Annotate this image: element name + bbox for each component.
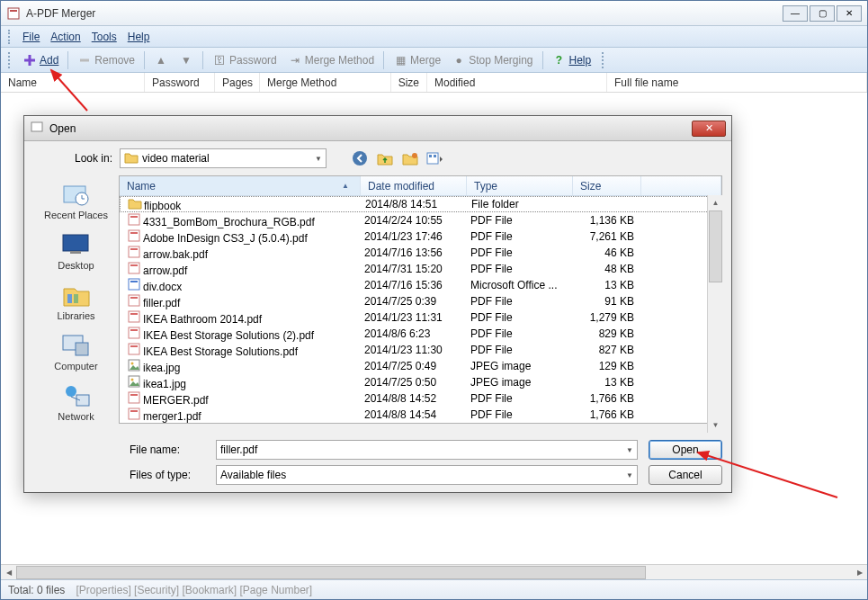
svg-rect-27 (130, 281, 138, 282)
file-row[interactable]: MERGER.pdf2014/8/8 14:52PDF File1,766 KB (120, 390, 721, 407)
svg-rect-21 (130, 232, 138, 234)
scroll-down-icon[interactable]: ▼ (708, 417, 723, 433)
doc-icon (127, 278, 141, 291)
scroll-thumb[interactable] (709, 210, 722, 282)
file-list[interactable]: flipbook2014/8/8 14:51File folder4331_Bo… (120, 196, 721, 423)
folder-icon (124, 151, 139, 166)
svg-rect-5 (427, 153, 438, 164)
triangle-down-icon: ▼ (179, 53, 193, 67)
col-modified[interactable]: Modified (427, 73, 607, 92)
cancel-button[interactable]: Cancel (649, 465, 722, 485)
pdf-icon (127, 294, 141, 307)
svg-rect-22 (129, 246, 139, 257)
file-name-row: File name: filler.pdf ▼ (130, 440, 638, 460)
browser: Recent Places Desktop Libraries Computer… (33, 175, 722, 433)
separator (383, 51, 384, 69)
grip-icon (602, 52, 605, 68)
svg-rect-41 (130, 394, 138, 396)
svg-rect-23 (130, 248, 138, 250)
place-recent[interactable]: Recent Places (42, 179, 110, 222)
question-icon: ? (552, 53, 567, 67)
header-size[interactable]: Size (573, 176, 641, 195)
separator (202, 51, 203, 69)
new-folder-button[interactable] (400, 148, 420, 168)
status-total: Total: 0 files (8, 584, 65, 596)
file-row[interactable]: arrow.bak.pdf2014/7/16 13:56PDF File46 K… (120, 245, 721, 261)
header-name[interactable]: Name▲ (120, 176, 361, 195)
add-button[interactable]: Add (19, 51, 62, 69)
vertical-scrollbar[interactable]: ▲ ▼ (707, 195, 722, 433)
svg-rect-26 (129, 279, 139, 290)
place-network[interactable]: Network (56, 381, 95, 424)
help-button[interactable]: ? Help (549, 51, 595, 69)
stop-merging-button[interactable]: ● Stop Merging (448, 51, 536, 69)
back-button[interactable] (350, 148, 370, 168)
menu-tools[interactable]: Tools (86, 29, 122, 45)
file-row[interactable]: IKEA Best Storage Solutions (2).pdf2014/… (120, 326, 721, 342)
minimize-button[interactable]: — (783, 5, 808, 22)
svg-rect-19 (130, 216, 138, 218)
col-password[interactable]: Password (145, 73, 215, 92)
svg-rect-31 (130, 313, 138, 315)
close-button[interactable]: ✕ (837, 5, 862, 22)
file-row[interactable]: IKEA Best Storage Solutions.pdf2014/1/23… (120, 342, 721, 358)
col-size[interactable]: Size (391, 73, 427, 92)
svg-point-4 (412, 153, 417, 158)
column-headers: Name Password Pages Merge Method Size Mo… (1, 73, 867, 93)
chevron-down-icon: ▼ (626, 446, 633, 454)
move-down-button[interactable]: ▼ (175, 51, 197, 69)
dialog-close-button[interactable]: ✕ (692, 121, 726, 137)
files-of-type-value: Available files (220, 469, 286, 481)
status-tabs: [Properties] [Security] [Bookmark] [Page… (76, 584, 312, 596)
col-merge-method[interactable]: Merge Method (260, 73, 391, 92)
file-row[interactable]: arrow.pdf2014/7/31 15:20PDF File48 KB (120, 261, 721, 277)
svg-point-39 (131, 378, 134, 381)
dialog-body: Look in: video material ▼ Recent Places (24, 141, 731, 492)
view-menu-button[interactable] (425, 148, 445, 168)
col-pages[interactable]: Pages (215, 73, 260, 92)
svg-rect-43 (130, 410, 138, 412)
merge-method-button[interactable]: ⇥ Merge Method (284, 51, 378, 69)
scroll-thumb[interactable] (16, 566, 646, 579)
scroll-up-icon[interactable]: ▲ (708, 195, 723, 210)
svg-rect-0 (8, 8, 19, 19)
move-up-button[interactable]: ▲ (150, 51, 172, 69)
col-name[interactable]: Name (1, 73, 145, 92)
statusbar: Total: 0 files [Properties] [Security] [… (1, 579, 867, 599)
scroll-left-icon[interactable]: ◀ (1, 565, 16, 580)
file-row[interactable]: merger1.pdf2014/8/8 14:54PDF File1,766 K… (120, 407, 721, 423)
file-row[interactable]: flipbook2014/8/8 14:51File folder (120, 196, 721, 212)
file-row[interactable]: div.docx2014/7/16 15:36Microsoft Office … (120, 277, 721, 293)
files-of-type-combo[interactable]: Available files ▼ (216, 465, 638, 485)
open-button[interactable]: Open (649, 440, 722, 460)
password-button[interactable]: ⚿ Password (209, 51, 281, 69)
place-desktop[interactable]: Desktop (56, 229, 95, 273)
scroll-right-icon[interactable]: ▶ (852, 565, 867, 580)
file-row[interactable]: ikea.jpg2014/7/25 0:49JPEG image129 KB (120, 358, 721, 374)
place-libraries[interactable]: Libraries (55, 280, 96, 323)
file-row[interactable]: IKEA Bathroom 2014.pdf2014/1/23 11:31PDF… (120, 309, 721, 326)
merge-button[interactable]: ▦ Merge (389, 51, 444, 69)
header-date[interactable]: Date modified (361, 176, 467, 195)
menu-file[interactable]: File (17, 29, 45, 45)
place-computer[interactable]: Computer (52, 330, 99, 373)
maximize-button[interactable]: ▢ (810, 5, 835, 22)
horizontal-scrollbar[interactable]: ◀ ▶ (1, 564, 867, 579)
svg-rect-32 (129, 327, 139, 338)
col-full-file-name[interactable]: Full file name (607, 73, 867, 92)
header-type[interactable]: Type (467, 176, 573, 195)
look-in-dropdown[interactable]: video material ▼ (120, 148, 327, 168)
file-row[interactable]: ikea1.jpg2014/7/25 0:50JPEG image13 KB (120, 374, 721, 390)
file-name-combo[interactable]: filler.pdf ▼ (216, 440, 638, 460)
menu-action[interactable]: Action (45, 29, 85, 45)
svg-rect-11 (70, 251, 81, 254)
places-bar: Recent Places Desktop Libraries Computer… (33, 175, 119, 433)
file-name-label: File name: (130, 443, 209, 456)
remove-button[interactable]: Remove (74, 51, 139, 69)
file-row[interactable]: filler.pdf2014/7/25 0:39PDF File91 KB (120, 293, 721, 309)
file-row[interactable]: Adobe InDesign CS3_J (5.0.4).pdf2014/1/2… (120, 228, 721, 245)
svg-point-3 (353, 151, 367, 166)
menu-help[interactable]: Help (122, 29, 156, 45)
file-row[interactable]: 4331_BomBom_Brochura_RGB.pdf2014/2/24 10… (120, 212, 721, 228)
up-folder-button[interactable] (375, 148, 395, 168)
